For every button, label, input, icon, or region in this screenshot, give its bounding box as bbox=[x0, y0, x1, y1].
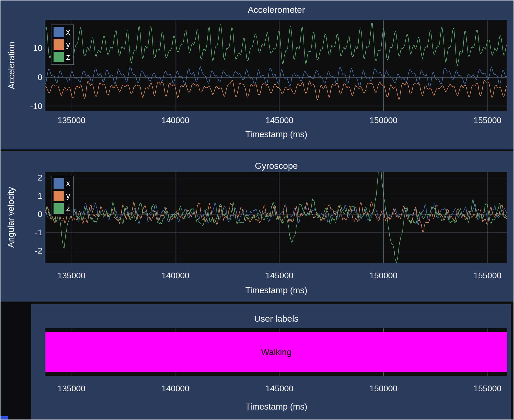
legend-item-x: x bbox=[54, 27, 70, 37]
y-tick-label: -2 bbox=[3, 245, 42, 256]
legend-label: y bbox=[66, 191, 70, 201]
user-labels-section: User labels Walking Timestamp (ms) 13500… bbox=[1, 302, 513, 419]
accelerometer-y-axis-label: Acceleration bbox=[6, 20, 17, 111]
x-tick-label: 150000 bbox=[361, 383, 406, 394]
legend-item-x: x bbox=[54, 178, 70, 189]
legend-swatch-y bbox=[54, 191, 64, 201]
legend-item-y: y bbox=[54, 39, 70, 50]
legend-swatch-z bbox=[54, 203, 64, 214]
x-tick-label: 140000 bbox=[153, 115, 198, 126]
y-tick-label: 0 bbox=[3, 209, 42, 220]
x-tick-label: 135000 bbox=[49, 383, 94, 394]
gyroscope-canvas[interactable] bbox=[45, 172, 507, 263]
accelerometer-title: Accelerometer bbox=[45, 4, 507, 15]
y-tick-label: 10 bbox=[3, 43, 42, 53]
y-tick-label: -10 bbox=[3, 101, 42, 112]
user-labels-plot[interactable]: Walking bbox=[45, 328, 507, 376]
x-tick-label: 135000 bbox=[49, 270, 94, 281]
legend-label: z bbox=[66, 52, 70, 62]
gyroscope-title: Gyroscope bbox=[45, 160, 507, 171]
gyroscope-panel: Gyroscope Angular velocity xyz Timestamp… bbox=[1, 151, 513, 302]
y-tick-label: -1 bbox=[3, 227, 42, 238]
gyroscope-legend: xyz bbox=[51, 176, 74, 216]
legend-label: x bbox=[66, 27, 70, 37]
y-tick-label: 0 bbox=[3, 72, 42, 83]
accelerometer-plot[interactable]: xyz bbox=[45, 20, 507, 111]
x-tick-label: 145000 bbox=[257, 115, 302, 126]
accelerometer-x-axis-label: Timestamp (ms) bbox=[45, 129, 507, 140]
gyroscope-plot[interactable]: xyz bbox=[45, 172, 507, 263]
walking-label-band[interactable]: Walking bbox=[45, 332, 507, 372]
x-tick-label: 135000 bbox=[49, 115, 94, 126]
band-label: Walking bbox=[261, 347, 291, 357]
accelerometer-canvas[interactable] bbox=[45, 20, 507, 111]
legend-swatch-y bbox=[54, 39, 64, 50]
legend-label: x bbox=[66, 178, 70, 189]
corner-accent bbox=[1, 416, 8, 419]
x-tick-label: 155000 bbox=[465, 115, 510, 126]
legend-item-z: z bbox=[54, 203, 70, 214]
user-labels-title: User labels bbox=[45, 313, 507, 324]
gyroscope-x-axis-label: Timestamp (ms) bbox=[45, 285, 507, 296]
legend-swatch-z bbox=[54, 52, 64, 62]
legend-swatch-x bbox=[54, 27, 64, 37]
x-tick-label: 145000 bbox=[257, 270, 302, 281]
sensor-dashboard: Accelerometer Acceleration xyz Timestamp… bbox=[0, 0, 514, 420]
x-tick-label: 140000 bbox=[153, 270, 198, 281]
x-tick-label: 150000 bbox=[361, 270, 406, 281]
legend-label: z bbox=[66, 203, 70, 214]
x-tick-label: 145000 bbox=[257, 383, 302, 394]
legend-swatch-x bbox=[54, 178, 64, 189]
user-labels-x-axis-label: Timestamp (ms) bbox=[45, 401, 507, 412]
accelerometer-panel: Accelerometer Acceleration xyz Timestamp… bbox=[1, 1, 513, 150]
x-tick-label: 155000 bbox=[465, 383, 510, 394]
legend-label: y bbox=[66, 39, 70, 50]
accelerometer-legend: xyz bbox=[51, 25, 74, 65]
y-tick-label: 2 bbox=[3, 172, 42, 183]
x-tick-label: 150000 bbox=[361, 115, 406, 126]
y-tick-label: 1 bbox=[3, 190, 42, 201]
legend-item-z: z bbox=[54, 52, 70, 62]
x-tick-label: 155000 bbox=[465, 270, 510, 281]
legend-item-y: y bbox=[54, 191, 70, 201]
x-tick-label: 140000 bbox=[153, 383, 198, 394]
